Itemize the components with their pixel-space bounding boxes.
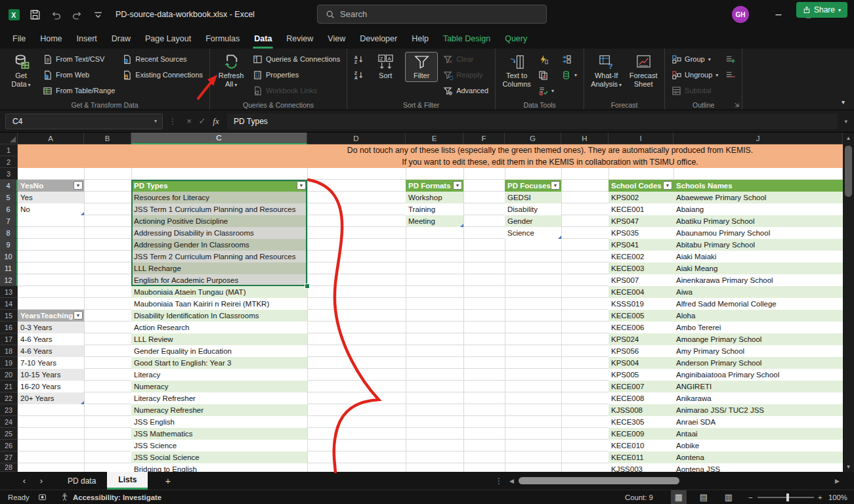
table-cell-pd-types[interactable]: JSS Science xyxy=(131,440,307,452)
tab-insert[interactable]: Insert xyxy=(70,29,104,49)
column-header-f[interactable]: F xyxy=(463,133,505,144)
excel-logo-icon[interactable]: X xyxy=(8,9,20,20)
row-header-10[interactable]: 10 xyxy=(0,251,18,262)
table-cell-pd-types[interactable]: Addressing Gender In Classrooms xyxy=(131,239,307,251)
macro-record-icon[interactable] xyxy=(38,490,47,504)
reapply-button[interactable]: Reapply xyxy=(441,68,490,82)
table-cell-pd-types[interactable]: LLL Review xyxy=(131,333,307,345)
tab-home[interactable]: Home xyxy=(33,29,69,49)
formula-input[interactable]: PD Types xyxy=(227,114,838,129)
table-cell-school-codes[interactable]: KECE003 xyxy=(608,262,673,274)
minimize-button[interactable]: – xyxy=(763,0,794,29)
table-resize-corner[interactable] xyxy=(460,224,463,227)
row-header-24[interactable]: 24 xyxy=(0,416,18,428)
row-header-14[interactable]: 14 xyxy=(0,298,18,310)
scroll-down-icon[interactable]: ▼ xyxy=(843,461,854,472)
filter-dropdown-icon[interactable]: ▼ xyxy=(74,181,83,190)
recent-sources-button[interactable]: Recent Sources xyxy=(120,52,205,66)
table-cell-school-codes[interactable]: KECE008 xyxy=(608,392,673,404)
table-cell-school-names[interactable]: ANGIRETI xyxy=(673,381,843,392)
from-text-csv-button[interactable]: From Text/CSV xyxy=(41,52,117,66)
column-header-i[interactable]: I xyxy=(608,133,673,144)
zoom-in-icon[interactable]: + xyxy=(818,490,822,504)
row-header-18[interactable]: 18 xyxy=(0,345,18,357)
manage-data-model-button[interactable]: ▾ xyxy=(559,68,579,82)
table-resize-corner[interactable] xyxy=(558,236,561,239)
table-cell-school-names[interactable]: Anikarawa xyxy=(673,392,843,404)
table-cell-pd-focuses[interactable]: Disability xyxy=(505,203,561,215)
hscroll-left-icon[interactable]: ◀ xyxy=(509,478,514,484)
table-cell-pd-types[interactable]: Mauboniaia Taan Kairiri n Reirei (MTKR) xyxy=(131,298,307,310)
tab-formulas[interactable]: Formulas xyxy=(198,29,247,49)
table-header-schools-names[interactable]: Schools Names xyxy=(673,180,843,192)
filter-dropdown-icon[interactable]: ▼ xyxy=(551,181,560,190)
table-cell-school-names[interactable]: Abaewewe Primary School xyxy=(673,192,843,203)
table-header-school-codes[interactable]: School Codes▼ xyxy=(608,180,673,192)
table-cell-pd-formats[interactable]: Training xyxy=(406,203,463,215)
consolidate-button[interactable] xyxy=(559,52,579,66)
table-cell-pd-focuses[interactable]: Gender xyxy=(505,215,561,227)
vscroll-thumb[interactable] xyxy=(845,146,852,197)
tab-file[interactable]: File xyxy=(5,29,33,49)
filter-dropdown-icon[interactable]: ▼ xyxy=(453,181,462,190)
what-if-analysis-button[interactable]: ?What-IfAnalysis▾ xyxy=(589,52,624,91)
table-cell-pd-types[interactable]: Good Start to English: Year 3 xyxy=(131,357,307,369)
table-cell-school-codes[interactable]: KJSS003 xyxy=(608,463,673,472)
tab-page-layout[interactable]: Page Layout xyxy=(138,29,198,49)
table-cell-school-codes[interactable]: KECE009 xyxy=(608,428,673,440)
tab-review[interactable]: Review xyxy=(279,29,320,49)
column-header-c[interactable]: C xyxy=(131,133,307,144)
table-cell-pd-types[interactable]: LLL Recharge xyxy=(131,262,307,274)
table-cell-years-teaching[interactable]: 7-10 Years xyxy=(18,357,84,369)
row-header-8[interactable]: 8 xyxy=(0,227,18,239)
name-box[interactable]: C4 ▾ xyxy=(5,114,163,129)
row-header-21[interactable]: 21 xyxy=(0,381,18,392)
zoom-slider[interactable] xyxy=(758,490,814,504)
warning-banner-cell[interactable]: Do not touch any of these lists (especia… xyxy=(18,144,843,168)
collapse-ribbon-icon[interactable]: ▾ xyxy=(842,98,845,106)
tabbar-options-icon[interactable]: ⋮ xyxy=(495,476,503,486)
table-cell-school-codes[interactable]: KECE004 xyxy=(608,286,673,298)
table-cell-school-codes[interactable]: KECE011 xyxy=(608,452,673,463)
row-header-22[interactable]: 22 xyxy=(0,392,18,404)
table-cell-school-names[interactable]: Abatiku Primary School xyxy=(673,215,843,227)
sheet-tab-pd-data[interactable]: PD data xyxy=(56,472,107,490)
table-cell-years-teaching[interactable]: 20+ Years xyxy=(18,392,84,404)
table-resize-corner[interactable] xyxy=(81,401,84,404)
column-header-j[interactable]: J xyxy=(673,133,843,144)
undo-icon[interactable] xyxy=(50,9,62,20)
table-cell-pd-types[interactable]: JSS Term 1 Curriculum Planning and Resou… xyxy=(131,203,307,215)
vertical-scrollbar[interactable]: ▲▼ xyxy=(843,133,854,472)
table-cell-pd-formats[interactable]: Meeting xyxy=(406,215,463,227)
table-cell-years-teaching[interactable]: 16-20 Years xyxy=(18,381,84,392)
row-header-12[interactable]: 12 xyxy=(0,274,18,286)
sheet-nav-right-icon[interactable]: › xyxy=(33,476,50,486)
table-cell-school-codes[interactable]: KPS035 xyxy=(608,227,673,239)
name-box-dropdown-icon[interactable]: ▾ xyxy=(154,118,157,124)
sheet-tab-lists[interactable]: Lists xyxy=(107,472,148,490)
table-cell-pd-types[interactable]: Gender Equality in Education xyxy=(131,345,307,357)
search-input[interactable]: Search xyxy=(317,5,547,24)
table-cell-school-names[interactable]: Aiaki Maiaki xyxy=(673,251,843,262)
view-page-break-button[interactable]: ▥ xyxy=(721,490,737,504)
table-cell-school-names[interactable]: Aontena xyxy=(673,452,843,463)
tab-table-design[interactable]: Table Design xyxy=(436,29,498,49)
redo-icon[interactable] xyxy=(71,9,83,20)
table-cell-school-names[interactable]: Animarao JSS/ TUC2 JSS xyxy=(673,404,843,416)
table-cell-pd-focuses[interactable]: GEDSI xyxy=(505,192,561,203)
row-header-11[interactable]: 11 xyxy=(0,262,18,274)
table-cell-yesno[interactable]: Yes xyxy=(18,192,84,203)
table-cell-pd-formats[interactable]: Workshop xyxy=(406,192,463,203)
ungroup-button[interactable]: Ungroup▾ xyxy=(670,68,720,82)
table-cell-school-names[interactable]: Anraei SDA xyxy=(673,416,843,428)
queries-connections-button[interactable]: Queries & Connections xyxy=(251,52,342,66)
sort-ascending-button[interactable]: AZ xyxy=(352,52,366,66)
table-cell-school-names[interactable]: Antaai xyxy=(673,428,843,440)
text-to-columns-button[interactable]: Text toColumns xyxy=(500,52,533,91)
remove-duplicates-button[interactable] xyxy=(536,68,556,82)
row-header-2[interactable]: 2 xyxy=(0,156,18,168)
confirm-entry-icon[interactable]: ✓ xyxy=(196,116,209,126)
table-cell-school-names[interactable]: Aontena JSS xyxy=(673,463,843,472)
table-cell-school-codes[interactable]: KJSS008 xyxy=(608,404,673,416)
sort-descending-button[interactable]: ZA xyxy=(352,68,366,82)
